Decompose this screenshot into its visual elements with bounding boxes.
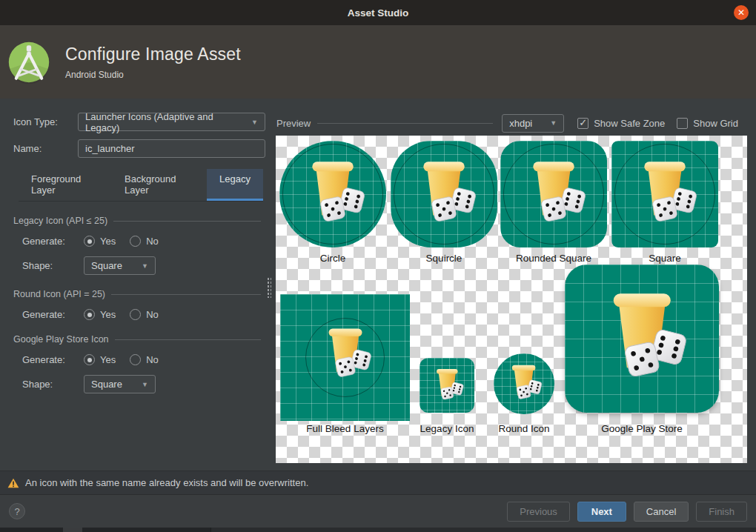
legacy-generate-no-radio[interactable]: [130, 236, 141, 247]
splitter-grip-icon: [267, 277, 271, 298]
tab-legacy[interactable]: Legacy: [207, 169, 263, 201]
dice-cup-icon: [579, 278, 706, 399]
help-button[interactable]: ?: [9, 503, 25, 519]
legacy-generate-label: Generate:: [22, 236, 84, 247]
titlebar: Asset Studio ✕: [0, 0, 756, 25]
legacy-generate-yes-radio[interactable]: [84, 236, 95, 247]
tile-label: Circle: [279, 253, 386, 264]
play-generate-no-radio[interactable]: [130, 354, 141, 365]
cancel-button[interactable]: Cancel: [634, 502, 689, 522]
round-generate-no-label: No: [146, 309, 159, 320]
name-label: Name:: [13, 143, 78, 154]
background-window-edge: [0, 528, 756, 532]
close-button[interactable]: ✕: [734, 5, 749, 20]
main-area: Icon Type: Launcher Icons (Adaptive and …: [0, 99, 756, 471]
window-title: Asset Studio: [348, 7, 409, 19]
play-generate-yes-label: Yes: [100, 354, 116, 365]
footer-bar: ? Previous Next Cancel Finish: [0, 495, 756, 528]
show-grid-checkbox[interactable]: [677, 118, 688, 129]
icon-type-select[interactable]: Launcher Icons (Adaptive and Legacy) ▼: [78, 113, 265, 131]
section-divider: [115, 339, 261, 340]
tab-background-layer[interactable]: Background Layer: [112, 169, 207, 201]
show-grid-toggle[interactable]: Show Grid: [677, 118, 738, 129]
preview-tile-square: [611, 141, 718, 247]
play-generate-yes-radio[interactable]: [84, 354, 95, 365]
density-value: xhdpi: [509, 118, 532, 129]
tab-foreground-layer[interactable]: Foreground Layer: [19, 169, 112, 201]
chevron-down-icon: ▼: [251, 119, 258, 126]
asset-studio-dialog: Asset Studio ✕ Configure Image Asset And…: [0, 0, 756, 532]
preview-tile-google-play: [565, 265, 719, 413]
tile-label: Google Play Store: [590, 423, 694, 434]
page-title: Configure Image Asset: [65, 44, 241, 64]
show-safe-zone-checkbox[interactable]: [577, 118, 588, 129]
play-shape-label: Shape:: [22, 379, 84, 390]
show-safe-zone-toggle[interactable]: Show Safe Zone: [577, 118, 665, 129]
play-shape-select[interactable]: Square ▼: [84, 375, 156, 393]
warning-bar: An icon with the same name already exist…: [0, 471, 756, 495]
preview-canvas: Circle Squircle Rounded Square Square Fu…: [276, 136, 747, 463]
play-shape-value: Square: [91, 379, 122, 390]
tile-label: Rounded Square: [500, 253, 607, 264]
tile-label: Round Icon: [472, 423, 576, 434]
preview-tile-circle: [279, 141, 386, 247]
dice-cup-icon: [425, 363, 470, 408]
legacy-icon-section-title: Legacy Icon (API ≤ 25): [13, 216, 107, 226]
tile-label: Squircle: [391, 253, 497, 264]
preview-tile-legacy: [420, 358, 474, 413]
finish-button[interactable]: Finish: [696, 502, 747, 522]
preview-divider: [317, 123, 493, 124]
legacy-shape-label: Shape:: [22, 260, 84, 271]
density-select[interactable]: xhdpi ▼: [502, 114, 564, 133]
dice-cup-icon: [400, 150, 488, 238]
round-generate-label: Generate:: [22, 309, 84, 320]
section-divider: [113, 221, 261, 222]
play-generate-no-label: No: [146, 354, 159, 365]
chevron-down-icon: ▼: [142, 381, 148, 388]
preview-panel: Preview xhdpi ▼ Show Safe Zone Show Grid: [273, 99, 756, 471]
round-icon-section-title: Round Icon (API = 25): [13, 289, 105, 299]
round-generate-yes-radio[interactable]: [84, 309, 95, 320]
dialog-header: Configure Image Asset Android Studio: [0, 25, 756, 99]
options-panel: Icon Type: Launcher Icons (Adaptive and …: [0, 99, 268, 471]
close-icon: ✕: [737, 7, 745, 18]
preview-tile-rounded-square: [500, 141, 607, 247]
tile-label: Square: [611, 253, 718, 264]
dice-cup-icon: [309, 319, 382, 390]
dice-cup-icon: [499, 359, 548, 408]
preview-tile-round: [494, 353, 554, 414]
warning-text: An icon with the same name already exist…: [25, 477, 308, 488]
legacy-shape-value: Square: [91, 260, 122, 271]
previous-button[interactable]: Previous: [507, 502, 570, 522]
background-window-segment: [63, 528, 82, 532]
play-store-section-title: Google Play Store Icon: [13, 334, 109, 345]
icon-type-value: Launcher Icons (Adaptive and Legacy): [85, 111, 245, 133]
panel-splitter[interactable]: [265, 99, 272, 471]
chevron-down-icon: ▼: [142, 262, 148, 270]
name-input[interactable]: [78, 139, 265, 158]
show-grid-label: Show Grid: [693, 118, 738, 129]
dice-cup-icon: [621, 150, 709, 238]
play-generate-label: Generate:: [22, 354, 84, 365]
section-divider: [111, 294, 261, 295]
chevron-down-icon: ▼: [550, 119, 557, 127]
show-safe-zone-label: Show Safe Zone: [594, 118, 665, 129]
warning-icon: [7, 478, 19, 488]
legacy-shape-select[interactable]: Square ▼: [84, 256, 156, 275]
preview-label: Preview: [276, 118, 311, 129]
preview-tile-squircle: [391, 141, 497, 247]
next-button[interactable]: Next: [577, 502, 626, 522]
layer-tabs: Foreground Layer Background Layer Legacy: [19, 169, 263, 202]
round-generate-no-radio[interactable]: [130, 309, 141, 320]
round-generate-yes-label: Yes: [100, 309, 116, 320]
android-studio-logo-icon: [7, 41, 50, 84]
tile-label: Full Bleed Layers: [280, 423, 410, 434]
dice-cup-icon: [510, 150, 597, 238]
question-icon: ?: [14, 506, 19, 517]
dice-cup-icon: [289, 150, 377, 238]
background-window-segment: [210, 528, 756, 532]
page-subtitle: Android Studio: [65, 70, 241, 80]
legacy-generate-yes-label: Yes: [100, 236, 116, 247]
preview-tile-full-bleed: [280, 294, 410, 421]
icon-type-label: Icon Type:: [13, 116, 78, 127]
